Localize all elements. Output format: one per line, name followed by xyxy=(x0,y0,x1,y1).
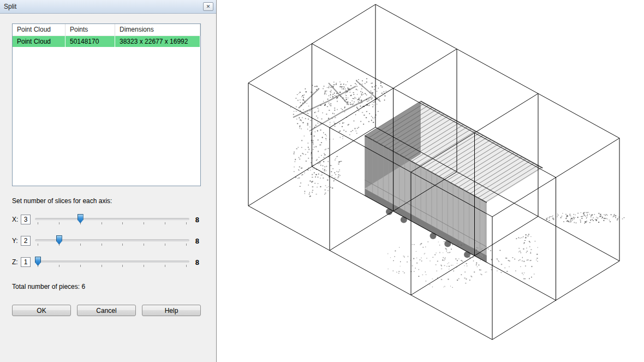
3d-viewport[interactable] xyxy=(217,0,644,362)
total-pieces-label: Total number of pieces: 6 xyxy=(12,283,201,290)
x-slider-thumb[interactable] xyxy=(77,214,84,223)
table-cell: 50148170 xyxy=(65,36,115,47)
z-slider[interactable] xyxy=(35,256,189,269)
help-button[interactable]: Help xyxy=(142,305,201,316)
slider-tick xyxy=(59,222,59,224)
y-slices-value[interactable]: 2 xyxy=(21,236,31,246)
slider-track[interactable] xyxy=(35,260,189,263)
table-header-row: Point CloudPointsDimensions xyxy=(13,24,200,36)
point-cloud-table[interactable]: Point CloudPointsDimensions Point Cloud5… xyxy=(12,23,201,186)
cancel-button[interactable]: Cancel xyxy=(77,305,136,316)
table-body: Point Cloud5014817038323 x 22677 x 16992 xyxy=(13,36,200,47)
slider-tick xyxy=(102,265,102,267)
dialog-titlebar[interactable]: Split ✕ xyxy=(0,0,216,14)
slider-tick xyxy=(122,244,123,246)
slider-tick xyxy=(102,222,102,224)
slider-tick xyxy=(122,265,123,267)
slider-tick xyxy=(144,222,144,224)
slider-tick xyxy=(38,222,38,224)
z-slider-thumb[interactable] xyxy=(35,257,41,266)
slider-tick xyxy=(144,244,144,246)
axis-label-y: Y: xyxy=(12,237,21,245)
slider-tick xyxy=(165,222,165,224)
split-dialog: Split ✕ Point CloudPointsDimensions Poin… xyxy=(0,0,217,362)
close-button[interactable]: ✕ xyxy=(203,2,213,11)
slider-row-y: Y:28 xyxy=(12,234,201,247)
slider-tick xyxy=(165,265,165,267)
table-cell: Point Cloud xyxy=(13,36,65,47)
table-cell: 38323 x 22677 x 16992 xyxy=(115,36,200,47)
slider-max-label: 8 xyxy=(193,237,199,245)
slider-tick xyxy=(186,222,187,224)
dialog-body: Point CloudPointsDimensions Point Cloud5… xyxy=(0,14,216,316)
x-slices-value[interactable]: 3 xyxy=(21,215,31,224)
application-window: Split ✕ Point CloudPointsDimensions Poin… xyxy=(0,0,644,362)
axis-label-x: X: xyxy=(12,216,21,223)
dialog-buttons: OK Cancel Help xyxy=(12,305,201,316)
dialog-title: Split xyxy=(4,3,203,10)
slider-tick xyxy=(80,244,81,246)
slider-tick xyxy=(38,244,38,246)
slider-track[interactable] xyxy=(35,218,189,220)
slider-tick xyxy=(102,244,102,246)
y-slider-thumb[interactable] xyxy=(56,235,62,245)
slider-tick xyxy=(186,265,187,267)
scene-canvas xyxy=(217,0,644,362)
slider-tick xyxy=(165,244,165,246)
slider-row-z: Z:18 xyxy=(12,256,201,269)
slider-max-label: 8 xyxy=(193,216,199,224)
slider-tick xyxy=(144,265,144,267)
column-header-point-cloud[interactable]: Point Cloud xyxy=(13,24,65,36)
column-header-points[interactable]: Points xyxy=(65,24,115,36)
slider-max-label: 8 xyxy=(193,258,199,266)
table-row[interactable]: Point Cloud5014817038323 x 22677 x 16992 xyxy=(13,36,200,47)
close-icon: ✕ xyxy=(206,4,211,9)
z-slices-value[interactable]: 1 xyxy=(21,257,31,267)
slider-tick xyxy=(80,265,81,267)
slices-instruction: Set number of slices for each axis: xyxy=(12,197,201,205)
axis-label-z: Z: xyxy=(12,258,21,266)
slider-tick xyxy=(59,265,59,267)
slider-row-x: X:38 xyxy=(12,213,201,226)
y-slider[interactable] xyxy=(35,234,189,247)
slider-tick xyxy=(186,244,187,246)
column-header-dimensions[interactable]: Dimensions xyxy=(115,24,200,36)
ok-button[interactable]: OK xyxy=(12,305,71,316)
x-slider[interactable] xyxy=(35,213,189,226)
sliders-group: X:38Y:28Z:18 xyxy=(12,213,201,269)
slider-tick xyxy=(122,222,123,224)
